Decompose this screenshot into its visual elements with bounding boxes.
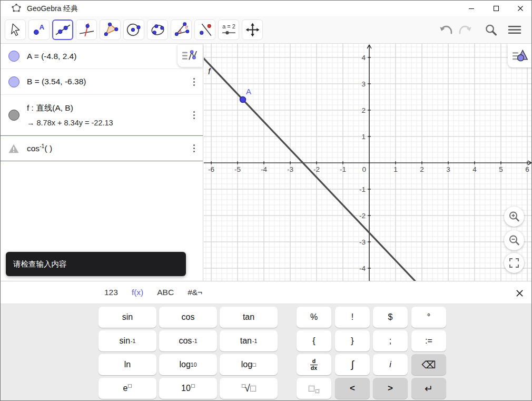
- tool-move-view-button[interactable]: [242, 19, 263, 40]
- visibility-toggle[interactable]: [1, 110, 27, 121]
- geogebra-logo-icon: [11, 3, 22, 14]
- row-menu-button[interactable]: [185, 144, 203, 153]
- tool-slider-button[interactable]: a = 2: [218, 19, 239, 40]
- keyboard-tab-[interactable]: #&¬: [188, 288, 202, 297]
- key-cursor-right[interactable]: >: [373, 378, 408, 399]
- key-nth-root[interactable]: √: [220, 378, 278, 399]
- input-error-tooltip: 请检查输入内容: [6, 252, 186, 276]
- menu-button[interactable]: [506, 21, 523, 38]
- svg-text:1: 1: [361, 133, 366, 141]
- tool-angle-button[interactable]: α: [171, 19, 192, 40]
- algebra-row-2[interactable]: B = (3.54, -6.38): [1, 69, 203, 95]
- tool-ellipse-button[interactable]: [147, 19, 168, 40]
- keyboard-close-icon[interactable]: [514, 288, 525, 298]
- key-tan[interactable]: tan: [220, 307, 278, 328]
- row-menu-button[interactable]: [185, 77, 203, 86]
- titlebar: GeoGebra 经典: [1, 1, 531, 16]
- undo-button[interactable]: [438, 21, 455, 38]
- coordinate-grid: -6-5-4-3-2-10123456-4-3-2-11234fA: [204, 44, 532, 281]
- svg-text:-5: -5: [234, 165, 241, 173]
- key-cursor-left[interactable]: <: [335, 378, 370, 399]
- visibility-toggle[interactable]: [1, 51, 27, 62]
- algebra-row-1[interactable]: A = (-4.8, 2.4): [1, 44, 203, 69]
- svg-text:4: 4: [472, 165, 477, 173]
- tool-point-button[interactable]: A: [28, 19, 50, 40]
- svg-text:f: f: [208, 67, 211, 76]
- tool-reflect-button[interactable]: [194, 19, 215, 40]
- tool-buttons: Aαa = 2: [5, 19, 263, 40]
- key-semicolon[interactable]: ;: [373, 330, 408, 351]
- maximize-button[interactable]: [488, 2, 505, 15]
- svg-text:0: 0: [362, 165, 366, 173]
- key-degree[interactable]: °: [411, 307, 446, 328]
- visibility-toggle[interactable]: [1, 76, 27, 87]
- graphics-settings-button[interactable]: [508, 44, 532, 67]
- tool-perpendicular-button[interactable]: [76, 19, 97, 40]
- algebra-expression: f : 直线(A, B): [27, 103, 185, 114]
- key-cos[interactable]: cos: [159, 307, 217, 328]
- key-enter[interactable]: ↵: [411, 378, 446, 399]
- fullscreen-button[interactable]: [504, 253, 524, 273]
- keyboard-tab-123[interactable]: 123: [104, 288, 118, 297]
- key-log-base[interactable]: log: [220, 354, 278, 375]
- row-menu-button[interactable]: [185, 110, 203, 120]
- svg-text:2: 2: [361, 106, 366, 114]
- keyboard-tab-abc[interactable]: ABC: [157, 288, 174, 297]
- key-integral[interactable]: ∫: [335, 354, 370, 375]
- svg-text:3: 3: [446, 165, 450, 173]
- svg-text:3: 3: [361, 80, 366, 88]
- algebra-row-4[interactable]: cos-1( ): [1, 135, 203, 161]
- window-title: GeoGebra 经典: [27, 4, 78, 14]
- algebra-output-value: → 8.78x + 8.34y = -22.13: [27, 119, 185, 127]
- warning-icon: [1, 143, 27, 154]
- key-arcsin[interactable]: sin-1: [98, 330, 156, 351]
- key-brace-close[interactable]: }: [335, 330, 370, 351]
- graphics-view[interactable]: -6-5-4-3-2-10123456-4-3-2-11234fA: [204, 44, 532, 281]
- svg-text:A: A: [246, 87, 251, 96]
- tool-move-button[interactable]: [5, 19, 26, 40]
- redo-button[interactable]: [456, 21, 473, 38]
- key-imaginary-i[interactable]: i: [373, 354, 408, 375]
- algebra-expression: cos-1( ): [27, 143, 185, 153]
- minimize-button[interactable]: [463, 2, 480, 15]
- key-ten-power[interactable]: 10: [159, 378, 217, 399]
- key-dollar[interactable]: $: [373, 307, 408, 328]
- algebra-panel: A = (-4.8, 2.4)B = (3.54, -6.38)f : 直线(A…: [1, 44, 203, 281]
- key-derivative[interactable]: ddx: [297, 354, 331, 375]
- key-colon-equals[interactable]: :=: [411, 330, 446, 351]
- key-arctan[interactable]: tan-1: [220, 330, 278, 351]
- algebra-style-button[interactable]: [178, 45, 203, 67]
- key-backspace[interactable]: ⌫: [411, 354, 446, 375]
- virtual-keyboard: 123f(x)ABC#&¬ sincostan%!$°sin-1cos-1tan…: [1, 281, 531, 401]
- algebra-row-3[interactable]: f : 直线(A, B)→ 8.78x + 8.34y = -22.13: [1, 95, 203, 135]
- svg-text:-6: -6: [208, 165, 214, 173]
- algebra-expression: A = (-4.8, 2.4): [27, 52, 185, 61]
- key-sin[interactable]: sin: [98, 307, 156, 328]
- key-ln[interactable]: ln: [98, 354, 156, 375]
- tool-circle-button[interactable]: [123, 19, 144, 40]
- key-e-power[interactable]: e: [98, 378, 156, 399]
- key-factorial[interactable]: !: [335, 307, 370, 328]
- zoom-in-button[interactable]: [504, 207, 524, 227]
- svg-text:-2: -2: [359, 212, 366, 220]
- keyboard-tabs: 123f(x)ABC#&¬: [1, 281, 531, 304]
- svg-text:-1: -1: [359, 185, 366, 193]
- tooltip-text: 请检查输入内容: [13, 259, 67, 269]
- key-arccos[interactable]: cos-1: [159, 330, 217, 351]
- svg-text:2: 2: [420, 165, 424, 173]
- keyboard-tab-fx[interactable]: f(x): [132, 288, 143, 297]
- search-button[interactable]: [482, 21, 499, 38]
- key-subscript[interactable]: [297, 378, 331, 399]
- svg-text:-4: -4: [359, 265, 366, 272]
- tool-polygon-button[interactable]: [100, 19, 121, 40]
- svg-text:1: 1: [393, 165, 398, 173]
- close-button[interactable]: [512, 2, 529, 15]
- zoom-out-button[interactable]: [504, 230, 524, 250]
- geogebra-window: GeoGebra 经典 Aαa = 2 A = (-4.8, 2.4)B = (…: [0, 0, 532, 401]
- svg-text:-3: -3: [287, 165, 293, 173]
- key-percent[interactable]: %: [297, 307, 331, 328]
- key-brace-open[interactable]: {: [297, 330, 331, 351]
- svg-text:-1: -1: [340, 165, 346, 173]
- tool-line-button[interactable]: [52, 19, 73, 40]
- key-log10[interactable]: log10: [159, 354, 217, 375]
